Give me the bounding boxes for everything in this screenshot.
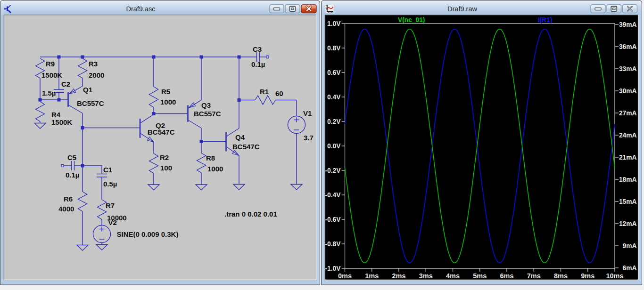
svg-text:R2: R2: [160, 153, 169, 161]
svg-text:V1: V1: [303, 109, 312, 117]
svg-text:4000: 4000: [58, 205, 74, 213]
svg-text:Draf9.raw: Draf9.raw: [447, 5, 477, 13]
svg-text:4ms: 4ms: [446, 272, 460, 280]
svg-text:1ms: 1ms: [365, 272, 379, 280]
svg-text:0ms: 0ms: [338, 272, 352, 280]
svg-text:0.1µ: 0.1µ: [66, 171, 80, 179]
svg-text:5ms: 5ms: [473, 272, 487, 280]
svg-text:0.8V: 0.8V: [327, 45, 341, 52]
svg-text:Q1: Q1: [83, 86, 92, 94]
svg-text:2000: 2000: [89, 71, 104, 79]
svg-text:15mA: 15mA: [619, 198, 637, 205]
svg-text:V2: V2: [108, 218, 117, 226]
svg-text:0.2V: 0.2V: [327, 118, 341, 125]
svg-text:33mA: 33mA: [619, 65, 637, 72]
svg-text:6mA: 6mA: [623, 265, 637, 272]
svg-text:0.1µ: 0.1µ: [251, 60, 265, 68]
svg-text:-0.4V: -0.4V: [325, 192, 341, 199]
svg-text:R7: R7: [106, 201, 115, 209]
svg-text:C1: C1: [103, 166, 112, 174]
svg-text:1.5µ: 1.5µ: [42, 89, 56, 97]
svg-text:-0.6V: -0.6V: [325, 216, 341, 223]
svg-text:39mA: 39mA: [619, 21, 637, 28]
svg-text:BC557C: BC557C: [194, 110, 221, 118]
svg-text:0.4V: 0.4V: [327, 94, 341, 101]
svg-text:C2: C2: [61, 80, 70, 88]
svg-text:BC547C: BC547C: [232, 143, 260, 151]
svg-text:V(nc_01): V(nc_01): [398, 16, 425, 24]
svg-text:BC547C: BC547C: [148, 128, 175, 136]
svg-text:Q3: Q3: [201, 101, 211, 109]
svg-text:-1.0V: -1.0V: [325, 265, 341, 272]
svg-text:36mA: 36mA: [619, 43, 637, 50]
svg-text:C3: C3: [253, 45, 262, 53]
svg-text:R8: R8: [206, 154, 215, 162]
svg-text:8ms: 8ms: [554, 272, 568, 280]
svg-text:10ms: 10ms: [606, 272, 623, 280]
svg-text:R5: R5: [161, 88, 170, 96]
svg-text:R4: R4: [51, 111, 61, 119]
svg-text:.tran 0 0.02 0.01: .tran 0 0.02 0.01: [224, 210, 277, 218]
svg-text:1500K: 1500K: [41, 71, 62, 79]
svg-text:I(R1): I(R1): [538, 16, 553, 24]
svg-text:0.6V: 0.6V: [327, 69, 341, 76]
svg-text:3.7: 3.7: [304, 134, 314, 142]
svg-text:100: 100: [160, 164, 172, 172]
svg-text:R3: R3: [89, 60, 98, 68]
svg-text:C5: C5: [67, 153, 76, 161]
svg-text:R6: R6: [64, 195, 73, 203]
svg-text:Draf9.asc: Draf9.asc: [126, 5, 155, 13]
svg-text:24mA: 24mA: [619, 132, 637, 139]
svg-text:60: 60: [275, 89, 283, 97]
svg-text:1500K: 1500K: [51, 118, 72, 126]
svg-text:2ms: 2ms: [392, 272, 405, 280]
svg-text:0.5µ: 0.5µ: [103, 180, 117, 188]
svg-text:9mA: 9mA: [623, 242, 637, 250]
svg-text:1000: 1000: [160, 98, 176, 106]
svg-text:SINE(0 0.009 0.3K): SINE(0 0.009 0.3K): [117, 230, 179, 238]
svg-text:3ms: 3ms: [419, 272, 433, 280]
svg-text:Q4: Q4: [235, 133, 245, 141]
svg-text:0.0V: 0.0V: [327, 143, 341, 150]
svg-text:30mA: 30mA: [619, 88, 637, 95]
svg-text:6ms: 6ms: [500, 272, 513, 280]
svg-text:7ms: 7ms: [527, 272, 541, 280]
svg-text:9ms: 9ms: [581, 272, 594, 280]
svg-text:R9: R9: [46, 60, 55, 68]
svg-text:1.0V: 1.0V: [327, 20, 341, 27]
svg-text:18mA: 18mA: [619, 176, 637, 183]
svg-text:27mA: 27mA: [619, 110, 637, 117]
svg-text:R1: R1: [260, 88, 269, 96]
svg-text:-0.8V: -0.8V: [325, 241, 341, 248]
svg-text:BC557C: BC557C: [77, 99, 104, 107]
svg-text:12mA: 12mA: [619, 220, 637, 227]
svg-text:21mA: 21mA: [619, 154, 637, 161]
svg-text:1000: 1000: [207, 165, 223, 173]
svg-text:-0.2V: -0.2V: [325, 167, 341, 174]
